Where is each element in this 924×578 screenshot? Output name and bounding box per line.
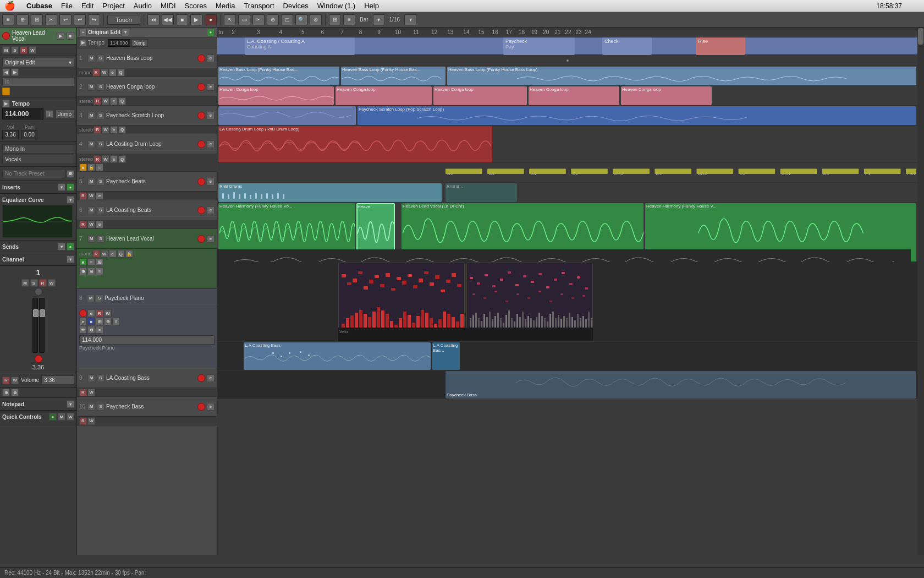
- extra-btn2[interactable]: ⊗: [11, 389, 19, 396]
- t1-e[interactable]: e: [109, 69, 117, 77]
- t6-w[interactable]: W: [87, 221, 95, 228]
- t8-btn4[interactable]: ⊕: [104, 318, 112, 325]
- arrange-dropdown[interactable]: ▾: [122, 29, 129, 36]
- t8-btn1[interactable]: e: [79, 318, 87, 325]
- t3-w[interactable]: W: [102, 126, 109, 134]
- t1-q[interactable]: Q: [117, 69, 125, 77]
- inserts-power[interactable]: ●: [67, 183, 74, 191]
- t3-monitor[interactable]: e: [207, 112, 215, 119]
- t7-mute[interactable]: M: [87, 235, 95, 243]
- vol-r-btn[interactable]: R: [2, 377, 10, 384]
- erase-tool[interactable]: ◻: [281, 14, 293, 25]
- channel-expand[interactable]: ▾: [67, 255, 74, 263]
- t3-mute[interactable]: M: [87, 112, 95, 119]
- redo-btn[interactable]: ↪: [88, 14, 100, 25]
- t7-monitor[interactable]: e: [207, 235, 215, 243]
- stop-btn[interactable]: ■: [176, 14, 188, 25]
- toolbar-btn-3[interactable]: ⊞: [31, 14, 43, 25]
- t10-rec[interactable]: [197, 403, 205, 411]
- menu-file[interactable]: File: [61, 2, 73, 10]
- scratch-small[interactable]: [218, 106, 356, 125]
- bass-loop-clip-2[interactable]: Heaven Bass Loop (Funky House Bas...: [341, 67, 446, 85]
- ch-write-btn[interactable]: W: [48, 279, 56, 287]
- t4-rec[interactable]: [197, 140, 205, 148]
- cursor-tool[interactable]: ↖: [224, 14, 236, 25]
- t1-r[interactable]: R: [92, 69, 100, 77]
- t5-mute[interactable]: M: [87, 178, 95, 186]
- conga-clip-1[interactable]: Heaven Conga loop: [218, 86, 334, 105]
- apple-menu[interactable]: 🍎: [4, 1, 15, 11]
- t1-solo[interactable]: S: [97, 54, 105, 62]
- ch-read-btn[interactable]: R: [39, 279, 47, 287]
- range-tool[interactable]: ▭: [238, 14, 250, 25]
- record-btn[interactable]: ●: [205, 14, 217, 25]
- t4-r[interactable]: R: [94, 155, 101, 163]
- t8-rec[interactable]: [79, 309, 87, 317]
- t5-w[interactable]: W: [87, 192, 95, 200]
- fader-handle[interactable]: [33, 309, 38, 317]
- conga-clip-5[interactable]: Heaven Conga loop: [621, 86, 712, 105]
- bass-loop-clip-3[interactable]: Heaven Bass Loop (Funky House Bass Loop): [447, 67, 916, 85]
- marker-rise[interactable]: Rise: [696, 37, 745, 55]
- bass-loop-clip-1[interactable]: Heaven Bass Loop (Funky House Bas...: [218, 67, 339, 85]
- menu-scores[interactable]: Scores: [185, 2, 207, 10]
- track-expand-btn[interactable]: ▶: [57, 32, 64, 40]
- t7-btn1[interactable]: ■: [79, 258, 87, 266]
- t10-w[interactable]: W: [87, 417, 95, 425]
- fader-handle-2[interactable]: [40, 309, 45, 317]
- ch-record-btn[interactable]: [35, 355, 42, 363]
- play-btn[interactable]: ▶: [190, 14, 202, 25]
- sends-expand[interactable]: ▾: [58, 243, 65, 250]
- bass-clip-2[interactable]: L.A Coasting Bas...: [432, 342, 460, 370]
- extra-btn1[interactable]: ⊕: [2, 389, 10, 396]
- t1-w[interactable]: W: [101, 69, 108, 77]
- preset-btn[interactable]: ⊞: [67, 170, 74, 178]
- arrange-power[interactable]: ●: [207, 29, 215, 36]
- instrument-name[interactable]: 114.000: [79, 335, 215, 345]
- scratch-clip-main[interactable]: Paycheck Scratch Loop (Pop Scratch Loop): [358, 106, 916, 125]
- marker-fold[interactable]: ▶: [79, 39, 87, 47]
- notepad-expand[interactable]: ▾: [67, 400, 74, 408]
- t6-rec[interactable]: [197, 206, 205, 214]
- conga-clip-2[interactable]: Heaven Conga loop: [336, 86, 432, 105]
- toolbar-btn-1[interactable]: ≡: [2, 14, 14, 25]
- t8-r[interactable]: R: [96, 309, 103, 317]
- ch-mute-btn[interactable]: M: [21, 279, 29, 287]
- bass-clip[interactable]: L.A Coasting Bass: [244, 342, 431, 370]
- vol-w-btn[interactable]: W: [11, 377, 19, 384]
- rnb-beats-2[interactable]: RnB B...: [446, 183, 517, 202]
- volume-value[interactable]: 3.36: [2, 130, 19, 139]
- qc-w[interactable]: W: [67, 413, 74, 421]
- t2-r[interactable]: R: [94, 97, 101, 105]
- t4-lock[interactable]: 🔒: [87, 163, 95, 171]
- drum-clip[interactable]: LA Costing Drum Loop (RnB Drum Loop): [218, 126, 492, 162]
- t3-q[interactable]: Q: [118, 126, 126, 134]
- eq-expand[interactable]: ▾: [67, 196, 74, 204]
- ch-solo-btn[interactable]: S: [30, 279, 38, 287]
- t6-r[interactable]: R: [79, 221, 87, 228]
- t7-btn2[interactable]: ≈: [87, 258, 95, 266]
- t5-solo[interactable]: S: [97, 178, 105, 186]
- t2-monitor[interactable]: e: [207, 83, 215, 91]
- t8-mute[interactable]: M: [87, 295, 95, 302]
- t2-mute[interactable]: M: [87, 83, 95, 91]
- t8-mon[interactable]: e: [87, 309, 95, 317]
- touch-mode-select[interactable]: Touch: [107, 15, 140, 25]
- t1-monitor[interactable]: e: [207, 54, 215, 62]
- t6-e[interactable]: e: [96, 221, 103, 228]
- track-collapse-btn[interactable]: ■: [67, 32, 74, 40]
- t2-solo[interactable]: S: [97, 83, 105, 91]
- t8-btn6[interactable]: ✏: [79, 326, 87, 334]
- menu-transport[interactable]: Transport: [244, 2, 274, 10]
- marker-check[interactable]: Check: [602, 37, 652, 55]
- rnb-drums-clip[interactable]: RnB Drums: [218, 183, 442, 202]
- toolbar-btn-2[interactable]: ⊕: [16, 14, 29, 25]
- tempo-time-display[interactable]: ♩: [46, 110, 53, 118]
- t6-monitor[interactable]: e: [207, 206, 215, 214]
- input-name-display[interactable]: Vocals: [2, 155, 74, 164]
- arrange-settings[interactable]: ≡: [79, 29, 87, 36]
- t8-btn8[interactable]: ≈: [96, 326, 103, 334]
- pan-knob[interactable]: [35, 288, 42, 296]
- qc-power[interactable]: ●: [49, 413, 57, 421]
- tempo-value-display[interactable]: 114.000: [2, 108, 43, 119]
